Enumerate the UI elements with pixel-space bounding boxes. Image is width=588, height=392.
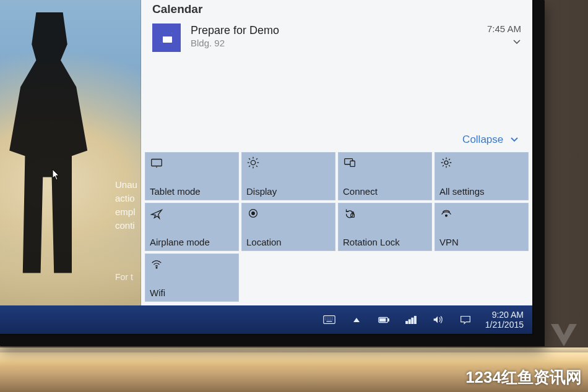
monitor-frame: Unau actio empl conti For t Calendar Pre…: [0, 0, 545, 346]
verge-watermark-icon: [550, 323, 578, 347]
site-watermark: 1234红鱼资讯网: [465, 367, 582, 388]
